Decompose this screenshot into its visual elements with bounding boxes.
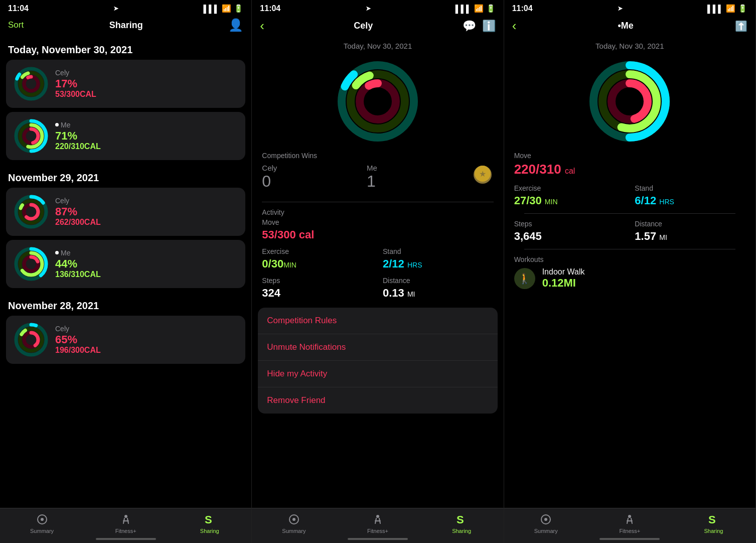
distance-value-2: 0.13 MI: [383, 287, 494, 300]
tab-sharing-2[interactable]: S Sharing: [420, 512, 504, 534]
exercise-value-2: 0/30MIN: [262, 257, 373, 270]
ring-me-nov29: [14, 247, 48, 281]
fitness-icon-2: [371, 512, 385, 526]
nav-title-3: •Me: [618, 21, 634, 31]
card-cal-me-nov29: 136/310CAL: [55, 270, 237, 279]
chat-icon[interactable]: 💬: [463, 20, 476, 33]
exercise-label-3: Exercise: [514, 184, 625, 192]
steps-value-2: 324: [262, 287, 373, 300]
competition-cely-name: Cely: [262, 164, 347, 172]
card-percent-cely-nov28: 65%: [55, 334, 237, 346]
back-button-3[interactable]: ‹: [512, 18, 517, 34]
tab-fitness-3[interactable]: Fitness+: [588, 512, 672, 534]
competition-rules-item[interactable]: Competition Rules: [258, 308, 497, 334]
signal-icon-3: ▌▌▌: [707, 5, 723, 13]
wifi-icon-3: 📶: [726, 4, 735, 13]
unmute-notifications-item[interactable]: Unmute Notifications: [258, 334, 497, 361]
competition-me-wins: 1: [367, 172, 451, 191]
signal-icon: ▌▌▌: [203, 5, 219, 13]
competition-me-name: Me: [367, 164, 451, 172]
panel-me-detail: 11:04 ➤ ▌▌▌ 📶 🔋 ‹ •Me ⬆️ Today, Nov 30, …: [504, 0, 756, 543]
card-info-cely-nov28: Cely 65% 196/300CAL: [55, 325, 237, 355]
move-label-3: Move: [514, 152, 745, 160]
list-item[interactable]: Me 71% 220/310CAL: [6, 112, 245, 160]
back-button-2[interactable]: ‹: [260, 18, 264, 34]
list-item[interactable]: Me 44% 136/310CAL: [6, 240, 245, 288]
status-icons-2: ▌▌▌ 📶 🔋: [456, 4, 496, 13]
wifi-icon-2: 📶: [474, 4, 484, 13]
steps-label-2: Steps: [262, 277, 373, 285]
status-time-3: 11:04: [512, 4, 533, 13]
ring-large-cely: [252, 56, 503, 152]
move-value-3: 220/310 cal: [514, 162, 745, 177]
activity-section-2: Activity Move 53/300 cal Exercise 0/30MI…: [252, 208, 503, 300]
nav-left-2: ‹: [260, 18, 264, 34]
divider-2a: [262, 202, 493, 202]
card-name-cely-nov29: Cely: [55, 197, 237, 205]
card-name-cely-nov28: Cely: [55, 325, 237, 333]
list-item[interactable]: Cely 65% 196/300CAL: [6, 316, 245, 364]
list-item[interactable]: Cely 17% 53/300CAL: [6, 60, 245, 108]
tab-summary-1[interactable]: Summary: [0, 512, 84, 534]
remove-friend-item[interactable]: Remove Friend: [258, 387, 497, 414]
sort-button[interactable]: Sort: [8, 20, 24, 30]
move-label-2: Move: [262, 218, 493, 226]
home-indicator-2: [348, 538, 408, 540]
card-name-cely-today: Cely: [55, 69, 237, 77]
activity-label-2: Activity: [262, 208, 493, 216]
tab-fitness-2[interactable]: Fitness+: [336, 512, 419, 534]
svg-text:★: ★: [479, 170, 486, 178]
competition-section: Competition Wins Cely 0 Me 1 ★: [252, 152, 503, 196]
tab-fitness-1[interactable]: Fitness+: [84, 512, 168, 534]
nav-right-1: 👤: [228, 18, 243, 32]
sharing-icon-1: S: [203, 512, 217, 526]
person-add-icon[interactable]: 👤: [228, 18, 243, 32]
panel2-content: Today, Nov 30, 2021 Competition Wins Cel…: [252, 38, 503, 543]
status-arrow-3: ➤: [618, 5, 623, 12]
info-icon[interactable]: ℹ️: [482, 20, 496, 33]
divider-3a: [524, 213, 735, 214]
svg-point-31: [41, 518, 44, 521]
distance-value-3: 1.57 MI: [635, 230, 745, 243]
exercise-block-3: Exercise 27/30 MIN: [514, 184, 625, 207]
tab-sharing-1[interactable]: S Sharing: [168, 512, 251, 534]
svg-text:S: S: [708, 513, 716, 526]
detail-date-3: Today, Nov 30, 2021: [504, 38, 755, 56]
card-percent-cely-nov29: 87%: [55, 206, 237, 218]
status-time-2: 11:04: [260, 4, 280, 13]
ring-me-today: [14, 119, 48, 153]
hide-activity-item[interactable]: Hide my Activity: [258, 361, 497, 387]
workout-name: Indoor Walk: [542, 267, 745, 277]
status-arrow-1: ➤: [113, 5, 118, 12]
card-cal-me-today: 220/310CAL: [55, 142, 237, 151]
status-icons-1: ▌▌▌ 📶 🔋: [203, 4, 243, 13]
card-percent-cely-today: 17%: [55, 78, 237, 90]
tab-label-sharing-1: Sharing: [200, 528, 219, 534]
tab-summary-3[interactable]: Summary: [504, 512, 588, 534]
home-indicator-1: [96, 538, 156, 540]
card-percent-me-nov29: 44%: [55, 258, 237, 270]
distance-block-2: Distance 0.13 MI: [383, 277, 494, 300]
battery-icon-3: 🔋: [738, 4, 747, 13]
card-info-cely-today: Cely 17% 53/300CAL: [55, 69, 237, 99]
workout-item[interactable]: 🚶 Indoor Walk 0.12MI: [514, 267, 745, 290]
tab-label-summary-3: Summary: [534, 528, 558, 534]
exercise-block-2: Exercise 0/30MIN: [262, 247, 373, 270]
ring-cely-today: [14, 67, 48, 101]
steps-value-3: 3,645: [514, 230, 625, 243]
tab-summary-2[interactable]: Summary: [252, 512, 336, 534]
tab-label-sharing-3: Sharing: [704, 528, 723, 534]
card-name-me-today: Me: [55, 121, 237, 129]
tab-sharing-3[interactable]: S Sharing: [672, 512, 755, 534]
share-icon[interactable]: ⬆️: [735, 20, 747, 32]
list-item[interactable]: Cely 87% 262/300CAL: [6, 188, 245, 236]
move-value-2: 53/300 cal: [262, 228, 493, 241]
nav-title-2: Cely: [354, 21, 373, 31]
nav-left-1: Sort: [8, 20, 24, 30]
divider-3b: [524, 249, 735, 249]
svg-text:S: S: [205, 513, 212, 526]
svg-point-4: [24, 77, 38, 91]
summary-icon-1: [35, 512, 49, 526]
nav-bar-2: ‹ Cely 💬 ℹ️: [252, 15, 503, 38]
status-bar-3: 11:04 ➤ ▌▌▌ 📶 🔋: [504, 0, 755, 15]
